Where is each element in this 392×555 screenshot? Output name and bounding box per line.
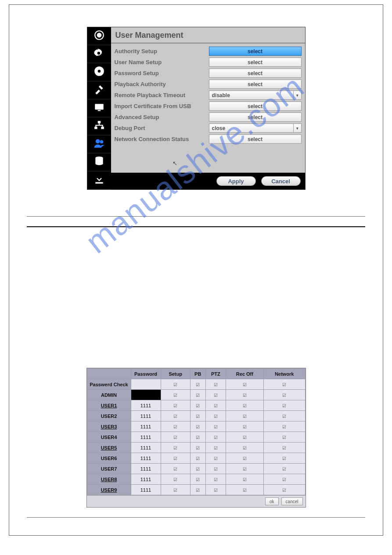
checkbox-cell[interactable]: ☑ — [161, 400, 190, 411]
table-row: USER91111☑☑☑☑☑ — [87, 485, 305, 495]
checkbox-cell[interactable]: ☑ — [263, 432, 305, 443]
checkbox-cell[interactable]: ☑ — [190, 432, 205, 443]
row-name[interactable]: USER1 — [87, 400, 131, 411]
sidebar-item-tools[interactable] — [87, 81, 111, 99]
checkbox-cell[interactable]: ☑ — [161, 464, 190, 474]
checkbox-cell[interactable]: ☑ — [226, 474, 264, 485]
checkbox-cell[interactable]: ☑ — [205, 390, 226, 400]
setting-select-button[interactable]: select — [209, 134, 302, 144]
checkbox-cell[interactable]: ☑ — [190, 379, 205, 390]
sidebar-item-users[interactable] — [87, 135, 111, 153]
checkbox-cell[interactable]: ☑ — [205, 400, 226, 411]
password-cell[interactable]: 1111 — [131, 411, 161, 421]
sidebar-item-camera[interactable] — [87, 27, 111, 45]
row-name[interactable]: USER9 — [87, 485, 131, 495]
checkbox-cell[interactable]: ☑ — [190, 453, 205, 464]
checkbox-cell[interactable]: ☑ — [226, 485, 264, 495]
checkbox-cell[interactable]: ☑ — [161, 379, 190, 390]
sidebar-item-monitor[interactable] — [87, 99, 111, 117]
ok-button[interactable]: ok — [265, 497, 279, 505]
checkbox-cell[interactable]: ☑ — [263, 464, 305, 474]
password-cell[interactable]: 1111 — [131, 474, 161, 485]
checkbox-cell[interactable]: ☑ — [190, 421, 205, 432]
password-cell[interactable]: 1111 — [131, 400, 161, 411]
checkbox-cell[interactable]: ☑ — [190, 411, 205, 421]
setting-select-button[interactable]: select — [209, 80, 302, 89]
sidebar-item-network[interactable] — [87, 117, 111, 135]
password-cell[interactable]: 1111 — [131, 485, 161, 495]
checkbox-cell[interactable]: ☑ — [263, 443, 305, 453]
checkbox-cell[interactable]: ☑ — [190, 464, 205, 474]
apply-button[interactable]: Apply — [216, 176, 256, 186]
checkbox-cell[interactable]: ☑ — [205, 421, 226, 432]
setting-select-button[interactable]: select — [209, 58, 302, 67]
setting-row: Remote Playback Timeoutdisable▾ — [115, 90, 302, 100]
checkbox-cell[interactable]: ☑ — [205, 474, 226, 485]
setting-select-button[interactable]: select — [209, 112, 302, 122]
checkbox-cell[interactable]: ☑ — [263, 400, 305, 411]
checkbox-cell[interactable]: ☑ — [226, 432, 264, 443]
checkbox-cell[interactable]: ☑ — [161, 390, 190, 400]
sidebar-item-database[interactable] — [87, 153, 111, 171]
cancel-button[interactable]: cancel — [281, 497, 303, 505]
checkbox-cell[interactable]: ☑ — [190, 390, 205, 400]
checkbox-cell[interactable]: ☑ — [263, 485, 305, 495]
checkbox-cell[interactable]: ☑ — [263, 474, 305, 485]
checkbox-cell[interactable]: ☑ — [263, 453, 305, 464]
checkbox-cell[interactable]: ☑ — [205, 379, 226, 390]
checkbox-cell[interactable]: ☑ — [161, 443, 190, 453]
checkbox-cell[interactable]: ☑ — [205, 464, 226, 474]
checkbox-cell[interactable]: ☑ — [190, 474, 205, 485]
checkbox-cell[interactable]: ☑ — [263, 379, 305, 390]
checkbox-cell[interactable]: ☑ — [226, 411, 264, 421]
setting-select-button[interactable]: select — [209, 47, 302, 56]
row-name[interactable]: USER5 — [87, 443, 131, 453]
setting-select-button[interactable]: select — [209, 69, 302, 78]
svg-rect-5 — [95, 104, 104, 109]
password-cell[interactable] — [131, 379, 161, 390]
checkbox-cell[interactable]: ☑ — [190, 400, 205, 411]
checkbox-cell[interactable]: ☑ — [190, 485, 205, 495]
checkbox-cell[interactable]: ☑ — [190, 443, 205, 453]
checkbox-cell[interactable]: ☑ — [161, 474, 190, 485]
checkbox-cell[interactable]: ☑ — [205, 411, 226, 421]
checkbox-cell[interactable]: ☑ — [226, 464, 264, 474]
setting-dropdown[interactable]: disable▾ — [209, 91, 302, 100]
checkbox-cell[interactable]: ☑ — [226, 453, 264, 464]
checkbox-cell[interactable]: ☑ — [205, 443, 226, 453]
cancel-button[interactable]: Cancel — [261, 176, 301, 186]
checkbox-icon: ☑ — [173, 393, 177, 398]
password-cell[interactable]: 1111 — [131, 453, 161, 464]
checkbox-cell[interactable]: ☑ — [226, 400, 264, 411]
setting-dropdown[interactable]: close▾ — [209, 123, 302, 133]
row-name[interactable]: USER8 — [87, 474, 131, 485]
checkbox-cell[interactable]: ☑ — [205, 453, 226, 464]
checkbox-cell[interactable]: ☑ — [161, 421, 190, 432]
checkbox-cell[interactable]: ☑ — [205, 432, 226, 443]
row-name[interactable]: USER3 — [87, 421, 131, 432]
document-page: manualshive.com User Management Authorit… — [9, 4, 383, 536]
password-cell[interactable]: 1111 — [131, 464, 161, 474]
sidebar-item-disc[interactable] — [87, 63, 111, 81]
checkbox-cell[interactable]: ☑ — [161, 453, 190, 464]
checkbox-cell[interactable]: ☑ — [161, 411, 190, 421]
checkbox-cell[interactable]: ☑ — [226, 421, 264, 432]
checkbox-icon: ☑ — [282, 382, 286, 387]
password-cell[interactable] — [131, 390, 161, 400]
password-cell[interactable]: 1111 — [131, 432, 161, 443]
sidebar-item-download[interactable] — [87, 171, 111, 189]
checkbox-cell[interactable]: ☑ — [226, 390, 264, 400]
checkbox-cell[interactable]: ☑ — [226, 443, 264, 453]
checkbox-cell[interactable]: ☑ — [205, 485, 226, 495]
checkbox-cell[interactable]: ☑ — [226, 379, 264, 390]
checkbox-cell[interactable]: ☑ — [263, 390, 305, 400]
password-cell[interactable]: 1111 — [131, 443, 161, 453]
password-cell[interactable]: 1111 — [131, 421, 161, 432]
checkbox-cell[interactable]: ☑ — [263, 421, 305, 432]
checkbox-icon: ☑ — [243, 488, 247, 493]
setting-select-button[interactable]: select — [209, 102, 302, 111]
checkbox-cell[interactable]: ☑ — [263, 411, 305, 421]
checkbox-cell[interactable]: ☑ — [161, 485, 190, 495]
sidebar-item-gears[interactable] — [87, 45, 111, 63]
checkbox-cell[interactable]: ☑ — [161, 432, 190, 443]
